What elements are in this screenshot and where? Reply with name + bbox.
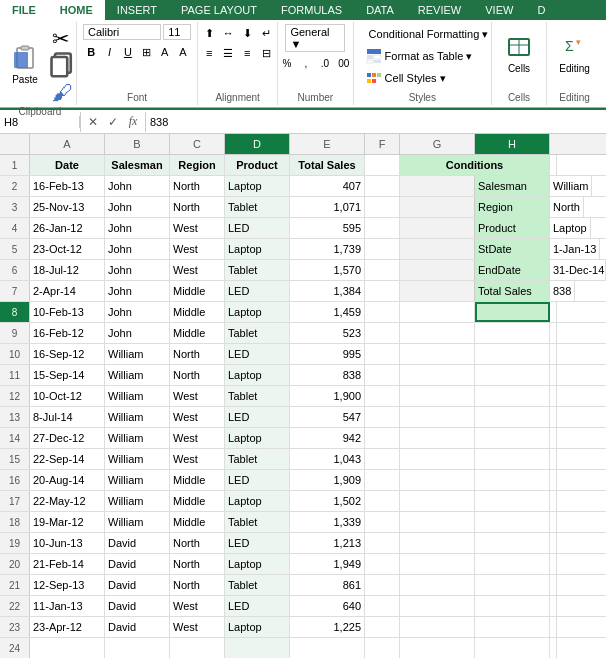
cell[interactable] xyxy=(550,596,557,616)
cell[interactable]: William xyxy=(105,407,170,427)
cell-styles-button[interactable]: Cell Styles ▾ xyxy=(360,68,485,88)
cell[interactable]: John xyxy=(105,302,170,322)
cell[interactable]: 16-Feb-12 xyxy=(30,323,105,343)
cell[interactable] xyxy=(550,491,557,511)
cell[interactable] xyxy=(365,155,400,175)
col-header-b[interactable]: B xyxy=(105,134,170,154)
cell[interactable] xyxy=(365,575,400,595)
cell[interactable] xyxy=(30,638,105,658)
cell[interactable] xyxy=(550,617,557,637)
cell[interactable] xyxy=(550,323,557,343)
cell[interactable] xyxy=(475,365,550,385)
cell[interactable]: 523 xyxy=(290,323,365,343)
cell[interactable]: 1,909 xyxy=(290,470,365,490)
tab-home[interactable]: HOME xyxy=(48,0,105,20)
cell[interactable]: 1,384 xyxy=(290,281,365,301)
merge-button[interactable]: ⊟ xyxy=(257,44,275,62)
function-icon[interactable]: fx xyxy=(125,114,141,130)
cell[interactable] xyxy=(365,323,400,343)
cell[interactable] xyxy=(475,617,550,637)
cell[interactable] xyxy=(365,638,400,658)
cell[interactable]: David xyxy=(105,554,170,574)
cell[interactable]: William xyxy=(105,512,170,532)
cell[interactable]: 1,225 xyxy=(290,617,365,637)
cell[interactable]: 23-Apr-12 xyxy=(30,617,105,637)
left-align-button[interactable]: ≡ xyxy=(200,44,218,62)
cell[interactable] xyxy=(400,428,475,448)
cell[interactable] xyxy=(550,638,557,658)
cell[interactable]: 640 xyxy=(290,596,365,616)
cell[interactable] xyxy=(365,386,400,406)
cell[interactable]: 1,949 xyxy=(290,554,365,574)
format-painter-button[interactable]: 🖌 xyxy=(48,78,76,104)
font-name-dropdown[interactable]: Calibri xyxy=(83,24,161,40)
cell[interactable] xyxy=(365,470,400,490)
top-align-button[interactable]: ⬆ xyxy=(200,24,218,42)
cell[interactable] xyxy=(550,365,557,385)
col-header-g[interactable]: G xyxy=(400,134,475,154)
cell[interactable]: 595 xyxy=(290,218,365,238)
cell[interactable]: 1,071 xyxy=(290,197,365,217)
cell-reference[interactable]: H8 xyxy=(0,116,80,128)
cell[interactable]: David xyxy=(105,596,170,616)
cell[interactable]: LED xyxy=(225,281,290,301)
cell[interactable] xyxy=(475,638,550,658)
cell[interactable]: 15-Sep-14 xyxy=(30,365,105,385)
cell[interactable]: LED xyxy=(225,407,290,427)
cell[interactable]: Middle xyxy=(170,512,225,532)
fill-color-button[interactable]: A xyxy=(156,42,172,62)
cell[interactable] xyxy=(400,197,475,217)
cell[interactable]: 1,900 xyxy=(290,386,365,406)
cell[interactable]: LED xyxy=(225,533,290,553)
cell[interactable]: 31-Dec-14 xyxy=(550,260,606,280)
confirm-icon[interactable]: ✓ xyxy=(105,114,121,130)
cell[interactable] xyxy=(400,533,475,553)
cell[interactable]: 1-Jan-13 xyxy=(550,239,600,259)
cell[interactable] xyxy=(365,596,400,616)
cell[interactable] xyxy=(400,491,475,511)
cell[interactable]: West xyxy=(170,617,225,637)
tab-view[interactable]: VIEW xyxy=(473,0,525,20)
cell[interactable]: Laptop xyxy=(225,176,290,196)
cell[interactable] xyxy=(365,218,400,238)
cell[interactable]: William xyxy=(105,386,170,406)
cell[interactable] xyxy=(365,617,400,637)
cell[interactable] xyxy=(365,302,400,322)
decrease-decimal-button[interactable]: .0 xyxy=(316,54,334,72)
cell[interactable]: North xyxy=(170,197,225,217)
cell[interactable]: John xyxy=(105,281,170,301)
cell[interactable]: 1,339 xyxy=(290,512,365,532)
cell[interactable]: 2-Apr-14 xyxy=(30,281,105,301)
col-header-h[interactable]: H xyxy=(475,134,550,154)
cell[interactable]: John xyxy=(105,260,170,280)
cell[interactable]: Tablet xyxy=(225,197,290,217)
cell[interactable]: David xyxy=(105,617,170,637)
col-header-a[interactable]: A xyxy=(30,134,105,154)
cell[interactable]: Total Sales xyxy=(290,155,365,175)
cell[interactable] xyxy=(475,512,550,532)
cell[interactable] xyxy=(550,470,557,490)
cell[interactable]: Region xyxy=(475,197,550,217)
tab-insert[interactable]: INSERT xyxy=(105,0,169,20)
cell[interactable] xyxy=(365,344,400,364)
cell[interactable] xyxy=(550,533,557,553)
cell[interactable] xyxy=(550,512,557,532)
cell[interactable] xyxy=(400,344,475,364)
cell[interactable]: StDate xyxy=(475,239,550,259)
number-format-dropdown[interactable]: General ▼ xyxy=(285,24,345,52)
center-align-button[interactable]: ☰ xyxy=(219,44,237,62)
cell[interactable]: 1,459 xyxy=(290,302,365,322)
cell[interactable]: Middle xyxy=(170,470,225,490)
cell[interactable] xyxy=(400,239,475,259)
cell[interactable]: 22-Sep-14 xyxy=(30,449,105,469)
cell[interactable] xyxy=(400,554,475,574)
cell[interactable]: Tablet xyxy=(225,260,290,280)
cell[interactable]: David xyxy=(105,533,170,553)
bottom-align-button[interactable]: ⬇ xyxy=(238,24,256,42)
cell[interactable]: 1,043 xyxy=(290,449,365,469)
paste-button[interactable]: Paste xyxy=(4,35,46,93)
cell[interactable] xyxy=(400,260,475,280)
format-as-table-button[interactable]: Format as Table ▾ xyxy=(360,46,485,66)
cell[interactable]: William xyxy=(105,449,170,469)
cell[interactable] xyxy=(365,491,400,511)
